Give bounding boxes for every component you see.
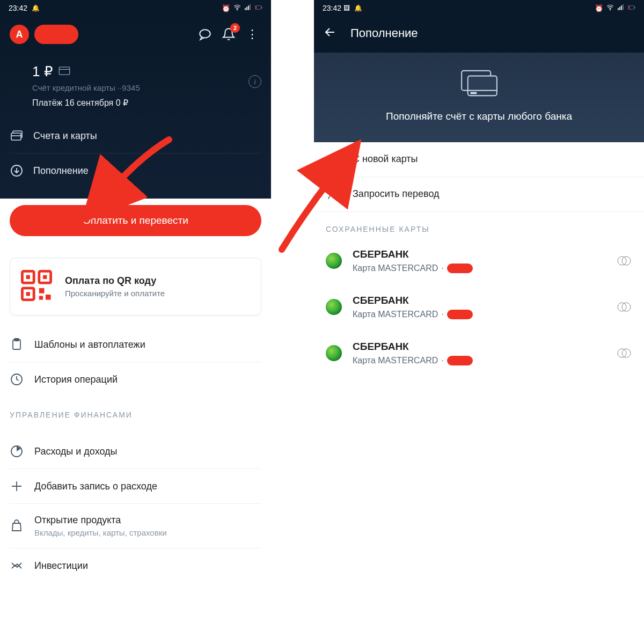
topup-title: Пополнение: [350, 26, 418, 40]
pay-transfer-button[interactable]: Оплатить и перевести: [10, 205, 261, 236]
expenses-item[interactable]: Расходы и доходы: [10, 434, 261, 469]
notification-indicator-icon: 🔔: [32, 4, 40, 12]
svg-rect-6: [261, 6, 262, 8]
history-label: История операций: [34, 374, 118, 385]
svg-rect-4: [250, 4, 251, 10]
svg-rect-38: [471, 92, 476, 93]
svg-rect-33: [634, 6, 635, 8]
notification-badge: 2: [230, 23, 240, 33]
saved-bank-name: СБЕРБАНК: [353, 248, 473, 260]
invest-label: Инвестиции: [34, 560, 88, 572]
screenshot-indicator-icon: 🖼: [343, 4, 350, 12]
account-header: A 2 ⋮ 1 ₽ Счёт кредитной карты ··9345 Пл…: [0, 16, 271, 199]
clipboard-icon: [10, 338, 24, 351]
open-product-subtitle: Вклады, кредиты, карты, страховки: [34, 528, 167, 537]
chat-icon[interactable]: [196, 25, 214, 43]
card-number-redacted: [447, 310, 473, 319]
card-number-redacted: [447, 356, 473, 365]
payment-due-line: Платёж 16 сентября 0 ₽: [32, 98, 261, 108]
signal-icon: [244, 4, 252, 13]
saved-bank-name: СБЕРБАНК: [353, 295, 473, 306]
templates-item[interactable]: Шаблоны и автоплатежи: [10, 327, 261, 362]
saved-bank-name: СБЕРБАНК: [353, 341, 473, 353]
battery-icon: [255, 4, 262, 13]
shopping-bag-icon: [10, 519, 24, 532]
qr-title: Оплата по QR коду: [65, 275, 165, 287]
svg-rect-22: [39, 296, 43, 299]
back-arrow-icon[interactable]: [324, 26, 336, 41]
svg-point-8: [200, 30, 210, 38]
svg-rect-29: [619, 6, 620, 10]
saved-cards-header: СОХРАНЕННЫЕ КАРТЫ: [314, 212, 644, 238]
add-expense-label: Добавить запись о расходе: [34, 481, 157, 492]
new-card-item[interactable]: С новой карты: [314, 142, 644, 177]
notifications-icon[interactable]: 2: [219, 25, 238, 43]
status-time: 23:42: [9, 4, 27, 12]
history-item[interactable]: История операций: [10, 362, 261, 397]
saved-card-row[interactable]: СБЕРБАНК Карта MASTERCARD ·: [314, 330, 644, 376]
svg-rect-21: [46, 295, 51, 300]
svg-rect-31: [623, 4, 624, 10]
add-expense-item[interactable]: Добавить запись о расходе: [10, 469, 261, 504]
mastercard-icon: [616, 255, 632, 266]
person-ruble-icon: ₽: [326, 188, 341, 201]
pie-chart-icon: [10, 445, 24, 458]
invest-item[interactable]: Инвестиции: [10, 548, 261, 583]
svg-rect-28: [618, 8, 619, 10]
account-label: Счёт кредитной карты ··9345: [32, 83, 261, 92]
svg-rect-30: [621, 5, 622, 10]
saved-card-row[interactable]: СБЕРБАНК Карта MASTERCARD ·: [314, 238, 644, 284]
battery-icon: [628, 4, 635, 13]
svg-rect-20: [39, 288, 45, 294]
sberbank-logo-icon: [326, 345, 342, 361]
saved-card-type: Карта MASTERCARD: [353, 356, 438, 365]
accounts-cards-item[interactable]: Счета и карты: [10, 119, 261, 153]
topup-header: Пополнение: [314, 16, 644, 53]
bank-logo-avatar[interactable]: A: [10, 25, 29, 44]
card-number-redacted: [447, 264, 473, 273]
user-name-redacted: [34, 25, 78, 44]
request-transfer-item[interactable]: ₽ Запросить перевод: [314, 177, 644, 212]
finance-section-header: УПРАВЛЕНИЕ ФИНАНСАМИ: [10, 397, 261, 422]
qr-subtitle: Просканируйте и оплатите: [65, 289, 165, 298]
plus-icon: [10, 480, 24, 493]
status-time: 23:42: [323, 4, 341, 12]
status-bar: 23:42 🔔 ⏰: [0, 0, 271, 16]
right-phone-screen: 23:42 🖼 🔔 ⏰ Пополнение Пополняйте счёт с…: [314, 0, 644, 644]
svg-rect-7: [255, 6, 257, 8]
svg-rect-15: [26, 275, 30, 279]
svg-point-0: [237, 9, 237, 10]
svg-text:₽: ₽: [335, 188, 339, 194]
qr-code-icon: [21, 270, 52, 303]
status-icons: ⏰: [222, 4, 262, 13]
mastercard-icon: [616, 348, 632, 358]
topup-item[interactable]: Пополнение: [10, 153, 261, 188]
plus-icon: [326, 153, 341, 166]
info-icon[interactable]: i: [248, 75, 261, 88]
saved-card-row[interactable]: СБЕРБАНК Карта MASTERCARD ·: [314, 284, 644, 330]
qr-pay-card[interactable]: 01 Оплата по QR коду Просканируйте и опл…: [10, 258, 261, 316]
topup-label: Пополнение: [33, 165, 89, 177]
accounts-cards-label: Счета и карты: [33, 130, 97, 142]
trending-icon: [10, 559, 24, 572]
notification-indicator-icon: 🔔: [354, 4, 362, 12]
more-menu-icon[interactable]: ⋮: [243, 25, 261, 43]
expenses-label: Расходы и доходы: [34, 446, 118, 457]
sberbank-logo-icon: [326, 299, 342, 315]
wifi-icon: [233, 4, 241, 13]
open-product-item[interactable]: Открытие продукта Вклады, кредиты, карты…: [10, 504, 261, 548]
mastercard-icon: [616, 302, 632, 312]
sberbank-logo-icon: [326, 253, 342, 269]
svg-point-39: [330, 189, 334, 194]
saved-card-type: Карта MASTERCARD: [353, 264, 438, 273]
svg-rect-11: [11, 133, 21, 140]
balance-amount: 1 ₽: [32, 63, 53, 80]
alarm-icon: ⏰: [595, 4, 603, 12]
svg-rect-1: [245, 8, 246, 10]
wifi-icon: [606, 4, 614, 13]
alarm-icon: ⏰: [222, 4, 230, 12]
signal-icon: [617, 4, 625, 13]
topup-hero: Пополняйте счёт с карты любого банка: [314, 53, 644, 142]
card-icon: [58, 67, 70, 77]
svg-rect-9: [59, 67, 70, 74]
